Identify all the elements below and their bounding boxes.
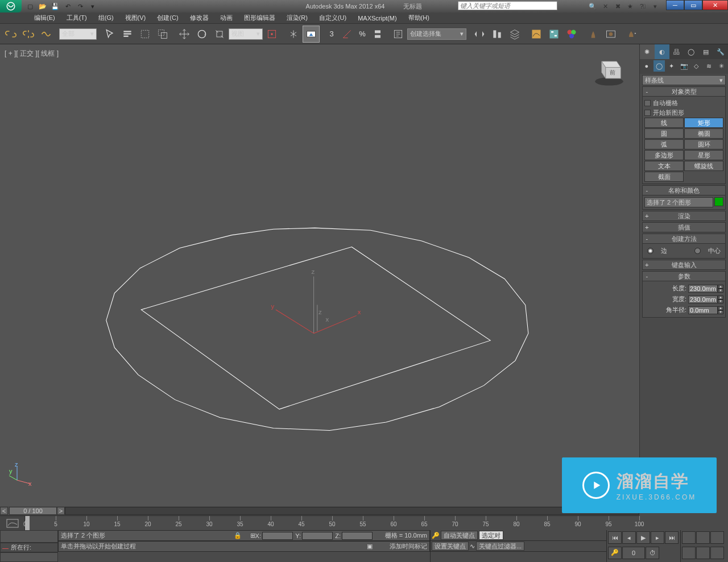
bind-spacewarp-icon[interactable] <box>38 26 55 43</box>
curve-editor-icon[interactable] <box>528 26 545 43</box>
selection-filter-combo[interactable]: 全部▾ <box>59 28 97 40</box>
time-slider[interactable]: < 0 / 100 > <box>0 506 639 515</box>
add-time-tag[interactable]: 添加时间标记 <box>390 542 427 551</box>
tab-display-icon[interactable]: ▤ <box>698 44 713 59</box>
fov-icon[interactable] <box>682 547 696 559</box>
menu-modifiers[interactable]: 修改器 <box>184 13 214 23</box>
search-input[interactable] <box>458 2 557 10</box>
object-color-swatch[interactable] <box>714 197 723 206</box>
unlink-icon[interactable] <box>20 26 37 43</box>
time-tag-icon[interactable]: ▣ <box>367 543 373 550</box>
search-icon[interactable]: 🔍 <box>588 2 597 11</box>
play-icon[interactable]: ▶ <box>636 531 650 544</box>
menu-customize[interactable]: 自定义(U) <box>313 13 352 23</box>
infocenter-search[interactable] <box>458 1 557 10</box>
time-slider-thumb[interactable]: 0 / 100 <box>9 507 57 515</box>
corner-radius-input[interactable] <box>688 306 718 314</box>
shape-type-线[interactable]: 线 <box>644 118 684 128</box>
startnewshape-checkbox[interactable] <box>644 110 651 116</box>
object-name-field[interactable]: 选择了 2 个图形 <box>644 197 713 207</box>
new-icon[interactable]: ▢ <box>25 2 35 11</box>
menu-group[interactable]: 组(G) <box>93 13 119 23</box>
subscription-icon[interactable]: ✕ <box>601 2 610 11</box>
menu-edit[interactable]: 编辑(E) <box>28 13 61 23</box>
pivot-center-icon[interactable] <box>263 26 280 43</box>
subcategory-combo[interactable]: 样条线▾ <box>642 75 726 85</box>
rotate-icon[interactable] <box>193 26 210 43</box>
save-icon[interactable]: 💾 <box>50 2 60 11</box>
shape-type-螺旋线[interactable]: 螺旋线 <box>684 161 723 171</box>
select-by-name-icon[interactable] <box>119 26 136 43</box>
cat-helpers-icon[interactable]: ◇ <box>690 60 702 72</box>
next-frame-icon[interactable]: ▸ <box>651 531 664 544</box>
shape-type-星形[interactable]: 星形 <box>684 150 723 160</box>
menu-graph-editors[interactable]: 图形编辑器 <box>238 13 281 23</box>
isolate-selection-icon[interactable]: 🔑 <box>432 532 440 539</box>
select-region-rect-icon[interactable] <box>136 26 154 43</box>
qat-dropdown-icon[interactable]: ▾ <box>88 2 98 11</box>
key-filters-button[interactable]: 关键点过滤器... <box>476 542 524 551</box>
snap-3d-icon[interactable]: 3 <box>324 26 339 43</box>
tab-utilities-icon[interactable]: 🔧 <box>713 44 728 59</box>
goto-end-icon[interactable]: ⏭ <box>665 531 679 544</box>
script-mini-listener[interactable] <box>0 530 58 543</box>
rollout-name-color[interactable]: -名称和颜色 <box>642 185 726 195</box>
width-spin-up[interactable]: ▲ <box>718 295 723 299</box>
move-icon[interactable] <box>176 26 193 43</box>
menu-tools[interactable]: 工具(T) <box>61 13 93 23</box>
width-spin-down[interactable]: ▼ <box>718 299 723 303</box>
time-config-icon[interactable]: ⏱ <box>646 547 659 559</box>
rollout-object-type[interactable]: -对象类型 <box>642 86 726 97</box>
redo-icon[interactable]: ↷ <box>75 2 85 11</box>
window-crossing-icon[interactable] <box>154 26 171 43</box>
length-spin-up[interactable]: ▲ <box>718 285 723 289</box>
cat-spacewarps-icon[interactable]: ≋ <box>703 60 714 72</box>
rendered-frame-icon[interactable] <box>602 26 619 43</box>
key-mode-icon[interactable]: 🔑 <box>608 547 622 559</box>
favorite-icon[interactable]: ★ <box>626 2 635 11</box>
coord-x-input[interactable] <box>262 532 293 540</box>
close-button[interactable]: ✕ <box>702 0 728 10</box>
shape-type-多边形[interactable]: 多边形 <box>644 150 684 160</box>
auto-key-button[interactable]: 自动关键点 <box>441 531 478 540</box>
open-icon[interactable]: 📂 <box>38 2 48 11</box>
time-slider-left[interactable]: < <box>0 507 8 515</box>
cat-lights-icon[interactable]: ✦ <box>666 60 677 72</box>
rollout-interpolation[interactable]: +插值 <box>642 222 726 232</box>
current-frame-field[interactable]: 0 <box>622 547 645 559</box>
shape-type-文本[interactable]: 文本 <box>644 161 684 171</box>
render-icon[interactable] <box>620 26 644 43</box>
tab-hierarchy-icon[interactable]: 品 <box>669 44 684 59</box>
tab-create-icon[interactable]: ✺ <box>640 44 655 59</box>
layer-manager-icon[interactable] <box>506 26 523 43</box>
open-mini-curve-editor-icon[interactable] <box>0 516 25 530</box>
lock-selection-icon[interactable]: 🔒 <box>234 532 242 539</box>
angle-snap-icon[interactable] <box>340 26 354 43</box>
shape-type-圆[interactable]: 圆 <box>644 128 684 139</box>
menu-rendering[interactable]: 渲染(R) <box>281 13 313 23</box>
autogrid-checkbox[interactable] <box>644 100 651 106</box>
named-selection-combo[interactable]: 创建选择集▾ <box>407 28 466 40</box>
rollout-keyboard-entry[interactable]: +键盘输入 <box>642 260 726 270</box>
manipulate-icon[interactable] <box>285 26 302 43</box>
spinner-snap-icon[interactable] <box>370 26 385 43</box>
length-input[interactable] <box>688 285 718 293</box>
app-menu-icon[interactable] <box>0 0 22 13</box>
menu-help[interactable]: 帮助(H) <box>403 13 435 23</box>
help-icon[interactable]: ?⃝ <box>638 2 647 11</box>
render-setup-icon[interactable] <box>585 26 602 43</box>
maximize-button[interactable]: ▭ <box>684 0 702 10</box>
link-icon[interactable] <box>2 26 19 43</box>
material-editor-icon[interactable] <box>563 26 580 43</box>
tab-motion-icon[interactable]: ◯ <box>684 44 698 59</box>
time-slider-track[interactable] <box>65 507 639 515</box>
shape-type-圆环[interactable]: 圆环 <box>684 139 723 149</box>
percent-snap-icon[interactable]: % <box>355 26 370 43</box>
shape-type-弧[interactable]: 弧 <box>644 139 684 149</box>
zoom-icon[interactable] <box>696 531 710 544</box>
menu-maxscript[interactable]: MAXScript(M) <box>352 14 402 23</box>
undo-icon[interactable]: ↶ <box>63 2 73 11</box>
viewport[interactable]: [ + ][ 正交 ][ 线框 ] z x y z x z x y 前 <box>0 44 639 506</box>
schematic-view-icon[interactable] <box>545 26 562 43</box>
scale-icon[interactable] <box>211 26 228 43</box>
